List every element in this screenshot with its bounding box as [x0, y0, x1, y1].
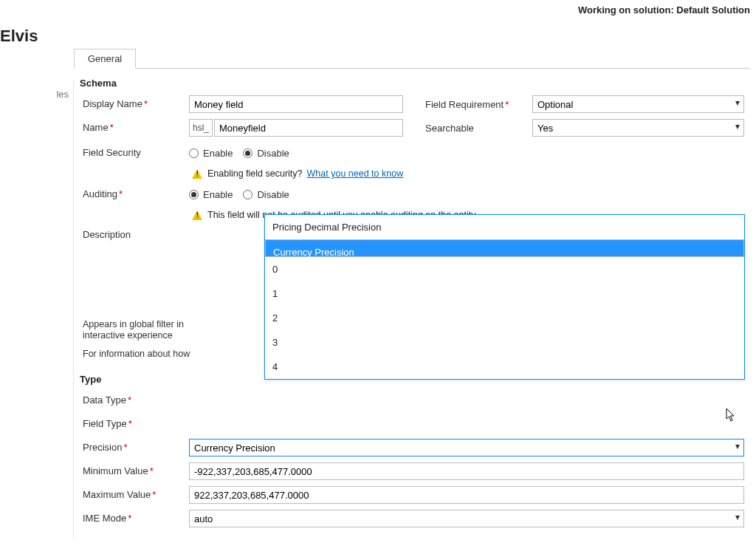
label-for-info: For information about how: [80, 349, 227, 360]
field-security-warning: Enabling field security? What you need t…: [192, 165, 744, 183]
label-ime-mode: IME Mode*: [80, 513, 189, 524]
precision-option[interactable]: Currency Precision: [265, 239, 744, 257]
label-min-value: Minimum Value*: [80, 465, 189, 477]
label-field-type: Field Type*: [80, 418, 189, 430]
tab-strip: General: [74, 49, 750, 69]
ime-mode-select[interactable]: [189, 510, 744, 527]
precision-option[interactable]: 0: [265, 257, 744, 281]
label-display-name: Display Name*: [80, 98, 189, 110]
tab-general[interactable]: General: [74, 49, 136, 69]
field-security-learn-link[interactable]: What you need to know: [307, 168, 404, 179]
precision-option[interactable]: 4: [265, 355, 744, 379]
label-field-security: Field Security: [80, 147, 189, 159]
name-input[interactable]: [214, 119, 403, 137]
display-name-input[interactable]: [189, 95, 403, 113]
label-precision: Precision*: [80, 442, 189, 454]
section-schema-heading: Schema: [80, 78, 750, 89]
type-form: Data Type* Field Type* Precision* Minimu…: [74, 389, 750, 530]
left-sidebar: les: [0, 81, 74, 539]
auditing-enable-radio[interactable]: Enable: [189, 189, 233, 200]
name-prefix: hsl_: [189, 119, 213, 137]
page-title: Elvis: [0, 27, 38, 46]
label-description: Description: [80, 229, 189, 241]
auditing-radio-group: Enable Disable: [189, 189, 289, 200]
label-data-type: Data Type*: [80, 394, 189, 406]
warning-icon: [192, 211, 203, 220]
label-name: Name*: [80, 122, 189, 134]
precision-option[interactable]: 2: [265, 306, 744, 330]
precision-option[interactable]: Pricing Decimal Precision: [265, 215, 744, 239]
mouse-cursor-icon: [726, 408, 736, 423]
working-on-solution: Working on solution: Default Solution: [578, 4, 750, 16]
required-star: *: [144, 98, 148, 109]
field-security-enable-radio[interactable]: Enable: [189, 148, 233, 159]
label-appears-in-filter: Appears in global filter in interactive …: [80, 319, 213, 341]
precision-option[interactable]: 3: [265, 330, 744, 355]
label-field-requirement: Field Requirement*: [425, 99, 532, 110]
precision-option[interactable]: 1: [265, 281, 744, 306]
sidebar-item[interactable]: les: [0, 89, 69, 100]
content-area: General Schema Display Name* Field Requi…: [74, 46, 750, 554]
max-value-input[interactable]: [189, 486, 744, 504]
searchable-select[interactable]: [532, 119, 744, 137]
field-security-radio-group: Enable Disable: [189, 148, 289, 159]
auditing-disable-radio[interactable]: Disable: [243, 189, 289, 200]
label-searchable: Searchable: [425, 123, 532, 134]
precision-dropdown-list[interactable]: Pricing Decimal PrecisionCurrency Precis…: [264, 214, 745, 380]
min-value-input[interactable]: [189, 462, 744, 480]
label-max-value: Maximum Value*: [80, 489, 189, 501]
field-security-disable-radio[interactable]: Disable: [243, 148, 289, 159]
precision-select[interactable]: [189, 439, 744, 456]
label-auditing: Auditing*: [80, 188, 189, 200]
field-requirement-select[interactable]: [532, 95, 744, 113]
warning-icon: [192, 169, 203, 179]
